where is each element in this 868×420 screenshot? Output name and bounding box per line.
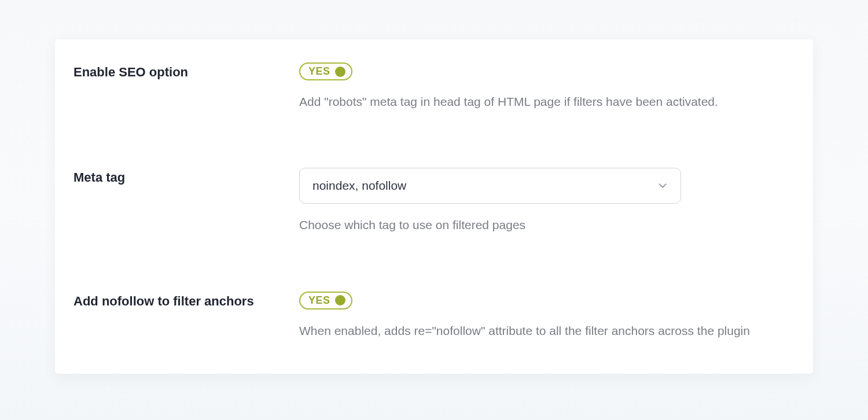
- control-column: YES Add "robots" meta tag in head tag of…: [299, 62, 774, 110]
- setting-row-nofollow-anchors: Add nofollow to filter anchors YES When …: [73, 285, 795, 345]
- toggle-label: YES: [308, 294, 330, 307]
- label-column: Add nofollow to filter anchors: [73, 292, 299, 309]
- label-column: Enable SEO option: [73, 62, 299, 80]
- setting-row-meta-tag: Meta tag noindex, nofollow Choose which …: [73, 161, 795, 261]
- enable-seo-toggle[interactable]: YES: [299, 62, 352, 80]
- meta-tag-select[interactable]: noindex, nofollow: [299, 168, 681, 204]
- nofollow-anchors-toggle[interactable]: YES: [299, 292, 352, 310]
- toggle-dot-icon: [335, 295, 345, 305]
- control-column: YES When enabled, adds re="nofollow" att…: [299, 292, 774, 339]
- label-column: Meta tag: [73, 168, 299, 185]
- setting-label-meta-tag: Meta tag: [73, 170, 299, 185]
- settings-panel: Enable SEO option YES Add "robots" meta …: [55, 39, 813, 374]
- toggle-label: YES: [308, 65, 330, 78]
- setting-description: Add "robots" meta tag in head tag of HTM…: [299, 93, 774, 110]
- toggle-dot-icon: [335, 67, 345, 77]
- row-spacer: [73, 138, 795, 161]
- setting-label-enable-seo: Enable SEO option: [73, 65, 299, 80]
- setting-description: Choose which tag to use on filtered page…: [299, 216, 774, 233]
- row-spacer: [73, 261, 795, 285]
- chevron-down-icon: [656, 179, 669, 192]
- setting-description: When enabled, adds re="nofollow" attribu…: [299, 322, 774, 339]
- control-column: noindex, nofollow Choose which tag to us…: [299, 168, 774, 233]
- select-value: noindex, nofollow: [312, 179, 406, 193]
- setting-label-nofollow-anchors: Add nofollow to filter anchors: [73, 294, 299, 309]
- setting-row-enable-seo: Enable SEO option YES Add "robots" meta …: [73, 56, 795, 138]
